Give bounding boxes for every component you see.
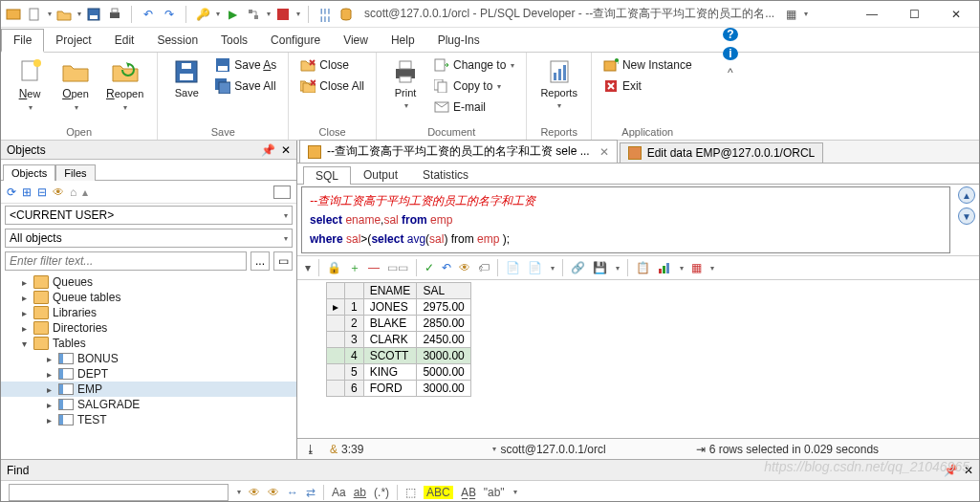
redo-icon[interactable]: ↷ — [161, 6, 178, 23]
table-row[interactable]: ▸1JONES2975.00 — [327, 299, 471, 316]
highlight-icon[interactable]: A̲B̲ — [461, 486, 476, 499]
tree-table-selected[interactable]: ▸EMP — [1, 382, 296, 397]
refresh-icon[interactable]: ⟳ — [7, 186, 16, 199]
home-icon[interactable]: ⌂ — [70, 186, 76, 199]
scope-icon[interactable]: ⬚ — [405, 486, 416, 499]
pin-icon[interactable]: 📌 — [261, 143, 275, 157]
sql-editor[interactable]: --查询工资高于平均工资的员工的名字和工资 select ename,sal f… — [301, 186, 950, 253]
close-button[interactable]: ✕ — [937, 5, 975, 24]
tree-table[interactable]: ▸BONUS — [1, 351, 296, 366]
find-grid-icon[interactable]: 👁 — [459, 261, 470, 274]
up-icon[interactable]: ▴ — [82, 186, 88, 199]
table-row[interactable]: 3CLARK2450.00 — [327, 332, 471, 348]
commit-icon[interactable]: ✓ — [425, 261, 434, 274]
save-icon[interactable] — [85, 6, 102, 23]
find-next-icon[interactable]: 👁 — [249, 486, 260, 499]
print-button[interactable]: Print▾ — [386, 56, 425, 112]
result-grid[interactable]: ENAMESAL ▸1JONES2975.002BLAKE2850.003CLA… — [297, 280, 979, 438]
filter-clear-icon[interactable]: ▭ — [273, 251, 293, 271]
tab-files[interactable]: Files — [55, 164, 95, 181]
table-row[interactable]: 6FORD3000.00 — [327, 381, 471, 397]
doc-tab[interactable]: Edit data EMP@127.0.0.1/ORCL — [620, 142, 824, 163]
lock-icon[interactable]: 🔒 — [327, 261, 341, 274]
bookmark-icon[interactable]: 🏷 — [478, 261, 490, 274]
menu-help[interactable]: Help — [380, 28, 426, 52]
scroll-down-icon[interactable]: ▼ — [958, 207, 975, 225]
settings-icon[interactable]: ¦¦¦ — [316, 6, 334, 23]
doc-tab-active[interactable]: --查询工资高于平均工资的员工的名字和工资 sele ...✕ — [299, 140, 618, 163]
current-user-combo[interactable]: <CURRENT USER>▾ — [5, 206, 293, 225]
filter-more-icon[interactable]: ... — [250, 251, 270, 271]
menu-view[interactable]: View — [332, 28, 380, 52]
mark-icon[interactable]: ABC — [424, 486, 453, 499]
dropdown-icon[interactable]: ▾ — [513, 488, 517, 496]
tree-node[interactable]: ▸Queues — [1, 274, 296, 290]
filter-input[interactable] — [5, 251, 247, 271]
dropdown-icon[interactable]: ▾ — [267, 10, 271, 18]
tree-node-tables[interactable]: ▾Tables — [1, 336, 296, 351]
clear-marks-icon[interactable]: "ab" — [484, 486, 505, 499]
find-prev-icon[interactable]: 👁 — [268, 486, 279, 499]
stop-icon[interactable] — [274, 6, 292, 23]
copy-grid-icon[interactable]: 📋 — [636, 261, 650, 274]
table-row[interactable]: 5KING5000.00 — [327, 364, 471, 381]
menu-project[interactable]: Project — [44, 28, 102, 52]
grid-view-icon[interactable]: ▦ — [691, 261, 702, 274]
pin-icon[interactable]: 📌 — [944, 464, 958, 477]
menu-plugins[interactable]: Plug-Ins — [426, 28, 491, 52]
open-button[interactable]: Open▾ — [56, 56, 95, 114]
tree-table[interactable]: ▸TEST — [1, 412, 296, 427]
tab-objects[interactable]: Objects — [3, 164, 55, 181]
tab-sql[interactable]: SQL — [303, 166, 351, 185]
link-icon[interactable]: 🔗 — [571, 261, 585, 274]
collapse-icon[interactable]: ⊟ — [37, 186, 47, 199]
delete-row-icon[interactable]: — — [368, 261, 380, 274]
reports-button[interactable]: Reports▾ — [536, 56, 581, 112]
tab-output[interactable]: Output — [351, 165, 410, 184]
all-objects-combo[interactable]: All objects▾ — [5, 229, 293, 248]
add-row-icon[interactable]: ＋ — [349, 260, 360, 276]
reopen-button[interactable]: Reopen▾ — [102, 56, 147, 114]
fetch-all-icon[interactable]: 📄 — [528, 261, 542, 274]
info-icon[interactable]: i — [723, 47, 738, 60]
run-icon[interactable]: ▶ — [224, 6, 241, 23]
help-icon[interactable]: ? — [723, 28, 738, 41]
save-all-button[interactable]: Save All — [213, 77, 278, 95]
fetch-icon[interactable]: 📄 — [506, 261, 520, 274]
rollback-icon[interactable]: ↶ — [442, 261, 451, 274]
print-icon[interactable] — [106, 6, 123, 23]
export-icon[interactable]: 💾 — [593, 261, 607, 274]
tree-node[interactable]: ▸Directories — [1, 320, 296, 336]
minimize-button[interactable]: — — [853, 5, 891, 24]
collapse-ribbon-icon[interactable]: ^ — [728, 66, 733, 79]
key-icon[interactable]: 🔑 — [194, 6, 211, 23]
maximize-button[interactable]: ☐ — [895, 5, 933, 24]
close-tab-icon[interactable]: ✕ — [599, 145, 609, 159]
dropdown-icon[interactable]: ▾ — [48, 10, 52, 18]
overflow-icon[interactable]: ▦ — [782, 6, 799, 23]
col-header[interactable]: ENAME — [363, 283, 417, 299]
menu-file[interactable]: File — [1, 29, 44, 53]
dropdown-icon[interactable]: ▾ — [216, 10, 220, 18]
first-icon[interactable]: ▾ — [305, 261, 311, 274]
tree-table[interactable]: ▸SALGRADE — [1, 397, 296, 412]
exit-button[interactable]: Exit — [601, 77, 694, 95]
expand-icon[interactable]: ⊞ — [22, 186, 32, 199]
change-to-button[interactable]: Change to ▾ — [432, 56, 516, 74]
object-tree[interactable]: ▸Queues ▸Queue tables ▸Libraries ▸Direct… — [1, 273, 296, 459]
dup-row-icon[interactable]: ▭▭ — [387, 261, 408, 274]
match-case-icon[interactable]: Aa — [332, 486, 346, 499]
undo-icon[interactable]: ↶ — [140, 6, 157, 23]
menu-session[interactable]: Session — [145, 28, 209, 52]
table-row[interactable]: 4SCOTT3000.00 — [327, 348, 471, 364]
rect-icon[interactable] — [273, 186, 291, 199]
new-doc-icon[interactable] — [26, 6, 43, 23]
email-button[interactable]: E-mail — [432, 98, 516, 116]
close-doc-button[interactable]: Close — [298, 56, 366, 74]
whole-word-icon[interactable]: ab — [354, 486, 366, 499]
dropdown-icon[interactable]: ▾ — [77, 10, 81, 18]
panel-close-icon[interactable]: ✕ — [964, 464, 973, 477]
replace-icon[interactable]: ↔ — [287, 486, 298, 499]
dropdown-icon[interactable]: ▾ — [237, 488, 241, 496]
tree-table[interactable]: ▸DEPT — [1, 366, 296, 382]
